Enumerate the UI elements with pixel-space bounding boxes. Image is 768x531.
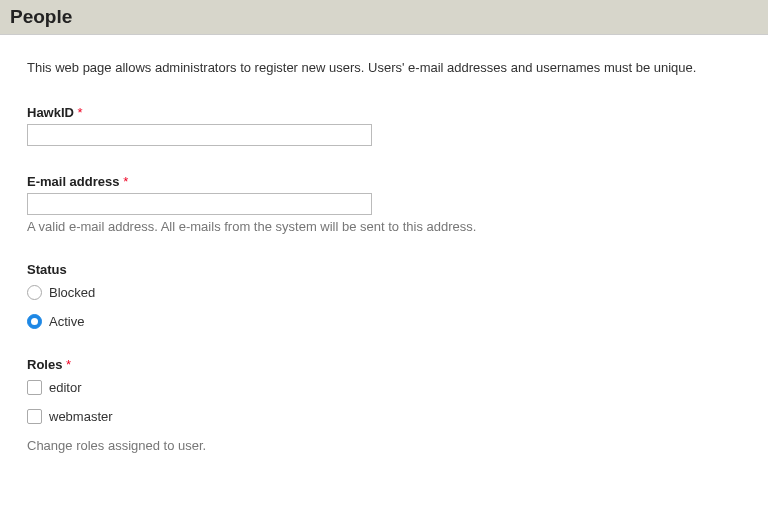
page-header: People	[0, 0, 768, 35]
page-title: People	[10, 6, 758, 28]
roles-label-text: Roles	[27, 357, 62, 372]
roles-checkbox-editor[interactable]	[27, 380, 42, 395]
roles-checkbox-webmaster[interactable]	[27, 409, 42, 424]
email-field-wrapper: E-mail address * A valid e-mail address.…	[27, 174, 741, 234]
hawkid-label: HawkID *	[27, 105, 741, 120]
roles-field-wrapper: Roles * editor webmaster Change roles as…	[27, 357, 741, 453]
hawkid-input[interactable]	[27, 124, 372, 146]
status-blocked-label[interactable]: Blocked	[49, 285, 95, 300]
roles-editor-label[interactable]: editor	[49, 380, 82, 395]
roles-checkbox-group: editor webmaster	[27, 380, 741, 424]
roles-required-mark: *	[66, 357, 71, 372]
status-active-label[interactable]: Active	[49, 314, 84, 329]
status-radio-active[interactable]	[27, 314, 42, 329]
roles-option-editor: editor	[27, 380, 741, 395]
status-option-blocked: Blocked	[27, 285, 741, 300]
form-content: This web page allows administrators to r…	[0, 35, 768, 501]
hawkid-field-wrapper: HawkID *	[27, 105, 741, 146]
email-description: A valid e-mail address. All e-mails from…	[27, 219, 741, 234]
roles-webmaster-label[interactable]: webmaster	[49, 409, 113, 424]
status-option-active: Active	[27, 314, 741, 329]
email-label: E-mail address *	[27, 174, 741, 189]
status-field-wrapper: Status Blocked Active	[27, 262, 741, 329]
roles-label: Roles *	[27, 357, 741, 372]
hawkid-required-mark: *	[78, 105, 83, 120]
roles-option-webmaster: webmaster	[27, 409, 741, 424]
status-radio-group: Blocked Active	[27, 285, 741, 329]
email-label-text: E-mail address	[27, 174, 120, 189]
status-label: Status	[27, 262, 741, 277]
roles-description: Change roles assigned to user.	[27, 438, 741, 453]
hawkid-label-text: HawkID	[27, 105, 74, 120]
status-radio-blocked[interactable]	[27, 285, 42, 300]
email-input[interactable]	[27, 193, 372, 215]
intro-text: This web page allows administrators to r…	[27, 60, 741, 75]
email-required-mark: *	[123, 174, 128, 189]
